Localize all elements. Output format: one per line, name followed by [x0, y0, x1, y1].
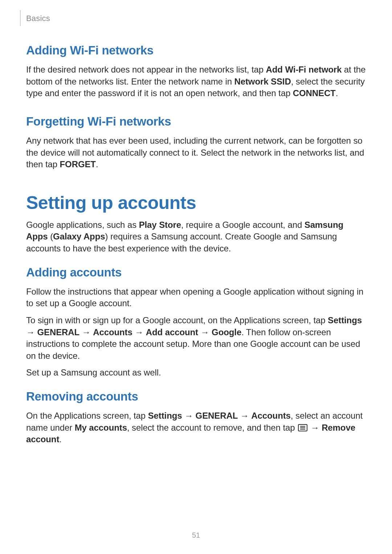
section-removing-accounts: Removing accounts On the Applications sc…	[26, 390, 366, 446]
arrow-icon: →	[238, 411, 251, 420]
arrow-icon: →	[198, 327, 212, 337]
bold-text: Accounts	[251, 411, 291, 420]
text: To sign in with or sign up for a Google …	[26, 315, 328, 325]
bold-text: Galaxy Apps	[53, 231, 105, 241]
text: Google applications, such as	[26, 220, 139, 230]
paragraph: To sign in with or sign up for a Google …	[26, 315, 366, 362]
arrow-icon: →	[182, 411, 196, 420]
bold-text: Add Wi-Fi network	[266, 65, 342, 74]
section-forgetting-wifi: Forgetting Wi-Fi networks Any network th…	[26, 115, 366, 171]
text: .	[96, 159, 98, 169]
bold-text: Accounts	[93, 327, 132, 337]
text: (	[48, 231, 53, 241]
heading-removing-accounts: Removing accounts	[26, 390, 366, 403]
paragraph: Google applications, such as Play Store,…	[26, 219, 366, 255]
menu-icon	[298, 424, 307, 431]
bold-text: GENERAL	[37, 327, 79, 337]
bold-text: Settings	[328, 315, 362, 325]
text: , require a Google account, and	[181, 220, 305, 230]
arrow-icon: →	[132, 327, 146, 337]
page-number: 51	[0, 531, 392, 539]
section-adding-wifi: Adding Wi-Fi networks If the desired net…	[26, 44, 366, 99]
page-content: Adding Wi-Fi networks If the desired net…	[0, 44, 392, 446]
heading-adding-accounts: Adding accounts	[26, 266, 366, 279]
paragraph: Set up a Samsung account as well.	[26, 367, 366, 379]
paragraph: If the desired network does not appear i…	[26, 64, 366, 99]
bold-text: FORGET	[60, 159, 96, 169]
bold-text: Network SSID	[234, 77, 291, 86]
text: , select the account to remove, and then…	[127, 423, 297, 432]
section-setting-up-accounts: Setting up accounts Google applications,…	[26, 192, 366, 255]
chapter-label: Basics	[26, 14, 50, 23]
heading-setting-up-accounts: Setting up accounts	[26, 192, 366, 213]
heading-adding-wifi: Adding Wi-Fi networks	[26, 44, 366, 57]
text: .	[336, 88, 338, 98]
bold-text: CONNECT	[293, 88, 336, 98]
paragraph: Any network that has ever been used, inc…	[26, 135, 366, 171]
text: If the desired network does not appear i…	[26, 65, 266, 74]
bold-text: GENERAL	[196, 411, 238, 420]
bold-text: My accounts	[75, 423, 127, 432]
text: .	[59, 434, 62, 444]
bold-text: Add account	[146, 327, 198, 337]
bold-text: Play Store	[139, 220, 181, 230]
heading-forgetting-wifi: Forgetting Wi-Fi networks	[26, 115, 366, 128]
bold-text: Google	[212, 327, 241, 337]
text: On the Applications screen, tap	[26, 411, 148, 420]
paragraph: On the Applications screen, tap Settings…	[26, 410, 366, 446]
arrow-icon: →	[308, 423, 322, 432]
paragraph: Follow the instructions that appear when…	[26, 286, 366, 309]
document-page: Basics Adding Wi-Fi networks If the desi…	[0, 0, 392, 554]
arrow-icon: →	[79, 327, 93, 337]
section-adding-accounts: Adding accounts Follow the instructions …	[26, 266, 366, 379]
arrow-icon: →	[26, 327, 37, 337]
bold-text: Settings	[148, 411, 182, 420]
chapter-header: Basics	[0, 14, 392, 23]
